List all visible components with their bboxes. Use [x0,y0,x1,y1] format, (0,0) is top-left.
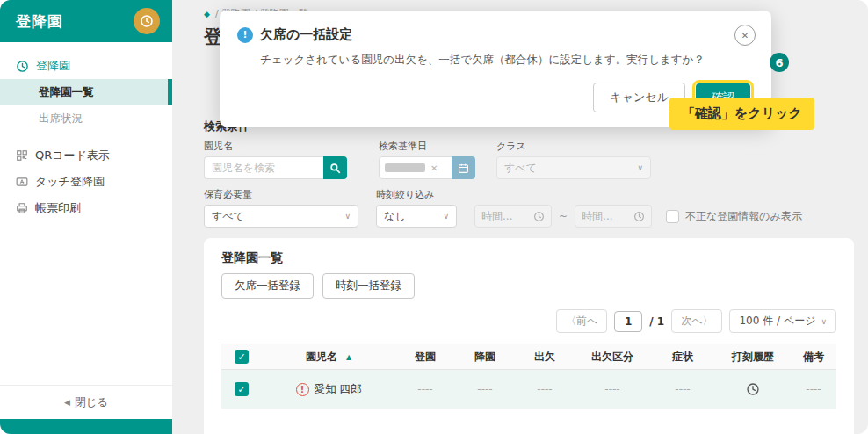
clock-icon [533,211,545,222]
app-root: 登降園 登降園 登降園一覧 出席状況 QRコード表示 [0,0,868,434]
care-amount-filter: 保育必要量 すべて ∨ [204,188,358,228]
close-icon[interactable]: ✕ [734,25,756,46]
modal-body-text: チェックされている園児の出欠を、一括で欠席（都合休）に設定します。実行しますか？ [260,52,754,69]
cell-attendance: ---- [515,370,575,409]
sidebar-item-report-print[interactable]: 帳票印刷 [0,195,172,221]
sidebar-close-button[interactable]: ◀ 閉じる [0,385,172,419]
table-row[interactable]: ✓ ! 愛知 四郎 ---- ---- ---- ---- ---- [221,370,836,409]
invalid-only-label: 不正な登園情報のみ表示 [685,209,802,224]
qr-code-icon [16,149,28,162]
sidebar-close-label: 閉じる [75,395,108,410]
sidebar-item-label: タッチ登降園 [35,174,105,190]
sidebar-item-label: 帳票印刷 [35,200,81,216]
sidebar: 登降園 登降園 登降園一覧 出席状況 QRコード表示 [0,0,172,434]
header-checkout: 降園 [455,344,515,369]
invalid-only-checkbox[interactable] [666,210,679,223]
chevron-down-icon: ∨ [443,212,449,221]
sidebar-item-label: 登降園 [36,58,70,74]
cell-memo: ---- [791,370,836,409]
sidebar-item-tokoen[interactable]: 登降園 [0,53,172,79]
select-all-checkbox[interactable]: ✓ [235,350,249,364]
class-select-value: すべて [504,161,537,176]
sidebar-item-attendance-status[interactable]: 出席状況 [0,105,172,132]
child-name-filter: 園児名 [204,140,347,179]
header-attendance: 出欠 [515,344,575,369]
calendar-button[interactable] [452,156,475,179]
time-filter-select[interactable]: なし ∨ [376,205,457,228]
clear-date-icon[interactable]: ✕ [430,163,438,173]
chevron-down-icon: ∨ [637,163,643,172]
time-to-placeholder: 時間... [582,209,612,224]
total-pages: / 1 [649,315,664,328]
sort-asc-icon[interactable]: ▲ [346,353,351,361]
sidebar-item-tokoen-list[interactable]: 登降園一覧 [0,79,172,105]
page-size-select[interactable]: 100 件 / ページ ∨ [729,309,836,333]
search-button[interactable] [323,156,347,179]
sidebar-menu: 登降園 登降園一覧 出席状況 QRコード表示 タッチ登降園 [0,42,172,419]
header-punch-history: 打刻履歴 [715,344,791,369]
clock-icon [633,211,645,222]
current-page-box[interactable]: 1 [614,311,642,332]
touch-panel-icon [16,176,28,188]
step-number-badge: 6 [770,53,789,72]
time-range-separator: ~ [559,205,568,228]
care-amount-label: 保育必要量 [204,188,358,201]
care-amount-select[interactable]: すべて ∨ [204,205,358,228]
time-bulk-button[interactable]: 時刻一括登録 [322,273,415,299]
chevron-down-icon: ∨ [821,317,827,326]
header-memo: 備考 [791,344,836,369]
header-checkin: 登園 [395,344,455,369]
time-filter-label: 時刻絞り込み [376,188,457,201]
search-section: 検索条件 園児名 検索基準日 [204,119,854,228]
cell-checkout: ---- [455,370,515,409]
absent-bulk-button[interactable]: 欠席一括登録 [221,273,314,299]
chevron-down-icon: ∨ [344,212,351,221]
search-icon [329,163,341,174]
child-name: 愛知 四郎 [315,382,362,397]
home-diamond-icon: ◆ [204,10,210,18]
instruction-callout: 「確認」をクリック [669,98,814,130]
base-date-label: 検索基準日 [379,140,475,153]
time-filter-value: なし [384,209,406,224]
child-name-label: 園児名 [204,140,347,153]
cell-attendance-category: ---- [575,370,650,409]
check-icon: ✓ [237,351,245,363]
time-from-input[interactable]: 時間... [474,205,552,228]
time-filter: 時刻絞り込み なし ∨ [376,188,457,228]
modal-header: ! 欠席の一括設定 ✕ [237,26,754,43]
list-title: 登降園一覧 [221,250,836,264]
page-size-value: 100 件 / ページ [739,314,815,329]
sidebar-item-label: QRコード表示 [35,148,110,163]
sidebar-item-qr-display[interactable]: QRコード表示 [0,142,172,169]
time-from-placeholder: 時間... [481,209,512,224]
base-date-input[interactable]: ✕ [379,156,452,179]
next-page-button[interactable]: 次へ〉 [671,309,722,333]
base-date-filter: 検索基準日 ✕ [379,140,475,179]
sidebar-title: 登降園 [16,11,63,32]
invalid-only-filter: 不正な登園情報のみ表示 [666,205,802,228]
child-name-input[interactable] [204,156,323,179]
history-clock-icon [746,382,760,396]
warning-icon: ! [296,383,309,396]
row-checkbox[interactable]: ✓ [235,382,249,396]
cell-checkin: ---- [395,370,455,409]
filter-row-2: 保育必要量 すべて ∨ 時刻絞り込み なし ∨ 時間... [204,188,854,228]
bulk-actions: 欠席一括登録 時刻一括登録 [221,273,836,299]
cell-symptom: ---- [650,370,715,409]
attendance-table: ✓ 園児名 ▲ 登園 降園 出欠 出欠区分 症状 打刻履歴 備考 [221,344,836,409]
clock-badge-icon [134,8,160,34]
header-child-name[interactable]: 園児名 ▲ [262,344,395,369]
prev-page-button[interactable]: 〈前へ [556,309,607,333]
cell-punch-history[interactable] [715,370,791,409]
filter-row-1: 園児名 検索基準日 ✕ [204,140,854,179]
care-amount-value: すべて [212,209,244,224]
class-select[interactable]: すべて ∨ [496,156,651,179]
sidebar-header: 登降園 [0,0,172,42]
time-to-input[interactable]: 時間... [575,205,652,228]
printer-icon [16,202,28,214]
class-filter: クラス すべて ∨ [496,140,651,179]
sidebar-item-label: 登降園一覧 [39,85,94,100]
sidebar-item-touch-tokoen[interactable]: タッチ登降園 [0,169,172,195]
modal-title: 欠席の一括設定 [260,26,352,43]
check-icon: ✓ [237,384,245,395]
